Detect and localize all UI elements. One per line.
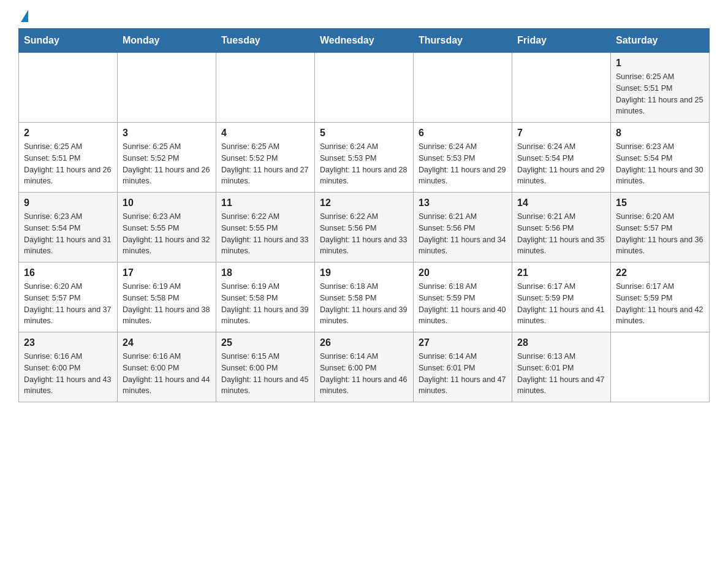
day-number: 17 (123, 267, 211, 278)
calendar-cell (611, 332, 710, 402)
day-number: 20 (419, 267, 507, 278)
header-monday: Monday (118, 29, 216, 53)
header-tuesday: Tuesday (216, 29, 315, 53)
day-info: Sunrise: 6:16 AMSunset: 6:00 PMDaylight:… (24, 351, 112, 397)
day-info: Sunrise: 6:24 AMSunset: 5:54 PMDaylight:… (517, 141, 605, 187)
day-number: 12 (320, 197, 408, 209)
day-info: Sunrise: 6:25 AMSunset: 5:51 PMDaylight:… (616, 71, 704, 117)
calendar-header-row: SundayMondayTuesdayWednesdayThursdayFrid… (19, 29, 710, 53)
calendar-cell: 28Sunrise: 6:13 AMSunset: 6:01 PMDayligh… (512, 332, 611, 402)
header-wednesday: Wednesday (315, 29, 414, 53)
calendar-cell: 2Sunrise: 6:25 AMSunset: 5:51 PMDaylight… (19, 123, 118, 193)
calendar-cell: 18Sunrise: 6:19 AMSunset: 5:58 PMDayligh… (216, 262, 315, 332)
calendar-cell: 25Sunrise: 6:15 AMSunset: 6:00 PMDayligh… (216, 332, 315, 402)
day-info: Sunrise: 6:21 AMSunset: 5:56 PMDaylight:… (517, 211, 605, 257)
day-number: 5 (320, 128, 408, 139)
day-number: 9 (24, 197, 112, 209)
calendar-cell: 5Sunrise: 6:24 AMSunset: 5:53 PMDaylight… (315, 123, 414, 193)
day-info: Sunrise: 6:20 AMSunset: 5:57 PMDaylight:… (616, 211, 704, 257)
calendar-cell: 16Sunrise: 6:20 AMSunset: 5:57 PMDayligh… (19, 262, 118, 332)
day-number: 2 (24, 128, 112, 139)
calendar-cell: 20Sunrise: 6:18 AMSunset: 5:59 PMDayligh… (414, 262, 512, 332)
day-info: Sunrise: 6:18 AMSunset: 5:58 PMDaylight:… (320, 281, 408, 327)
calendar-cell: 11Sunrise: 6:22 AMSunset: 5:55 PMDayligh… (216, 193, 315, 262)
day-info: Sunrise: 6:22 AMSunset: 5:56 PMDaylight:… (320, 211, 408, 257)
day-number: 23 (24, 337, 112, 348)
calendar-cell (512, 53, 611, 123)
day-number: 25 (221, 337, 309, 348)
calendar-cell: 1Sunrise: 6:25 AMSunset: 5:51 PMDaylight… (611, 53, 710, 123)
day-number: 6 (419, 128, 507, 139)
header-sunday: Sunday (19, 29, 118, 53)
header-thursday: Thursday (414, 29, 512, 53)
day-number: 7 (517, 128, 605, 139)
day-number: 18 (221, 267, 309, 278)
day-info: Sunrise: 6:14 AMSunset: 6:01 PMDaylight:… (419, 351, 507, 397)
day-info: Sunrise: 6:15 AMSunset: 6:00 PMDaylight:… (221, 351, 309, 397)
day-number: 24 (123, 337, 211, 348)
day-number: 3 (123, 128, 211, 139)
calendar-cell: 9Sunrise: 6:23 AMSunset: 5:54 PMDaylight… (19, 193, 118, 262)
day-number: 21 (517, 267, 605, 278)
day-info: Sunrise: 6:19 AMSunset: 5:58 PMDaylight:… (221, 281, 309, 327)
day-info: Sunrise: 6:25 AMSunset: 5:52 PMDaylight:… (221, 141, 309, 187)
day-info: Sunrise: 6:21 AMSunset: 5:56 PMDaylight:… (419, 211, 507, 257)
calendar-week-row: 9Sunrise: 6:23 AMSunset: 5:54 PMDaylight… (19, 193, 710, 262)
day-info: Sunrise: 6:23 AMSunset: 5:54 PMDaylight:… (24, 211, 112, 257)
day-info: Sunrise: 6:17 AMSunset: 5:59 PMDaylight:… (517, 281, 605, 327)
day-number: 16 (24, 267, 112, 278)
logo (18, 12, 28, 22)
day-info: Sunrise: 6:17 AMSunset: 5:59 PMDaylight:… (616, 281, 704, 327)
day-number: 14 (517, 197, 605, 209)
calendar-week-row: 23Sunrise: 6:16 AMSunset: 6:00 PMDayligh… (19, 332, 710, 402)
calendar-week-row: 1Sunrise: 6:25 AMSunset: 5:51 PMDaylight… (19, 53, 710, 123)
day-info: Sunrise: 6:23 AMSunset: 5:54 PMDaylight:… (616, 141, 704, 187)
calendar-cell: 8Sunrise: 6:23 AMSunset: 5:54 PMDaylight… (611, 123, 710, 193)
calendar-cell: 6Sunrise: 6:24 AMSunset: 5:53 PMDaylight… (414, 123, 512, 193)
calendar-cell: 27Sunrise: 6:14 AMSunset: 6:01 PMDayligh… (414, 332, 512, 402)
calendar-cell (414, 53, 512, 123)
day-number: 19 (320, 267, 408, 278)
day-number: 15 (616, 197, 704, 209)
day-info: Sunrise: 6:14 AMSunset: 6:00 PMDaylight:… (320, 351, 408, 397)
day-info: Sunrise: 6:22 AMSunset: 5:55 PMDaylight:… (221, 211, 309, 257)
calendar-cell (19, 53, 118, 123)
calendar-cell: 10Sunrise: 6:23 AMSunset: 5:55 PMDayligh… (118, 193, 216, 262)
day-info: Sunrise: 6:24 AMSunset: 5:53 PMDaylight:… (419, 141, 507, 187)
day-info: Sunrise: 6:19 AMSunset: 5:58 PMDaylight:… (123, 281, 211, 327)
day-info: Sunrise: 6:24 AMSunset: 5:53 PMDaylight:… (320, 141, 408, 187)
day-number: 27 (419, 337, 507, 348)
day-number: 8 (616, 128, 704, 139)
day-info: Sunrise: 6:25 AMSunset: 5:51 PMDaylight:… (24, 141, 112, 187)
header-friday: Friday (512, 29, 611, 53)
day-number: 11 (221, 197, 309, 209)
calendar-cell: 24Sunrise: 6:16 AMSunset: 6:00 PMDayligh… (118, 332, 216, 402)
calendar-cell (118, 53, 216, 123)
day-number: 26 (320, 337, 408, 348)
day-info: Sunrise: 6:25 AMSunset: 5:52 PMDaylight:… (123, 141, 211, 187)
calendar-cell: 22Sunrise: 6:17 AMSunset: 5:59 PMDayligh… (611, 262, 710, 332)
calendar-week-row: 16Sunrise: 6:20 AMSunset: 5:57 PMDayligh… (19, 262, 710, 332)
day-number: 13 (419, 197, 507, 209)
day-number: 10 (123, 197, 211, 209)
calendar-cell: 23Sunrise: 6:16 AMSunset: 6:00 PMDayligh… (19, 332, 118, 402)
day-info: Sunrise: 6:23 AMSunset: 5:55 PMDaylight:… (123, 211, 211, 257)
day-number: 28 (517, 337, 605, 348)
calendar-cell: 13Sunrise: 6:21 AMSunset: 5:56 PMDayligh… (414, 193, 512, 262)
calendar-week-row: 2Sunrise: 6:25 AMSunset: 5:51 PMDaylight… (19, 123, 710, 193)
day-info: Sunrise: 6:16 AMSunset: 6:00 PMDaylight:… (123, 351, 211, 397)
calendar-cell: 14Sunrise: 6:21 AMSunset: 5:56 PMDayligh… (512, 193, 611, 262)
calendar-cell: 26Sunrise: 6:14 AMSunset: 6:00 PMDayligh… (315, 332, 414, 402)
calendar-cell: 7Sunrise: 6:24 AMSunset: 5:54 PMDaylight… (512, 123, 611, 193)
day-info: Sunrise: 6:18 AMSunset: 5:59 PMDaylight:… (419, 281, 507, 327)
page-header (18, 12, 710, 22)
day-info: Sunrise: 6:20 AMSunset: 5:57 PMDaylight:… (24, 281, 112, 327)
day-info: Sunrise: 6:13 AMSunset: 6:01 PMDaylight:… (517, 351, 605, 397)
calendar-cell: 3Sunrise: 6:25 AMSunset: 5:52 PMDaylight… (118, 123, 216, 193)
calendar-cell: 15Sunrise: 6:20 AMSunset: 5:57 PMDayligh… (611, 193, 710, 262)
header-saturday: Saturday (611, 29, 710, 53)
calendar-cell: 21Sunrise: 6:17 AMSunset: 5:59 PMDayligh… (512, 262, 611, 332)
calendar-cell: 19Sunrise: 6:18 AMSunset: 5:58 PMDayligh… (315, 262, 414, 332)
day-number: 1 (616, 58, 704, 69)
calendar-cell (315, 53, 414, 123)
